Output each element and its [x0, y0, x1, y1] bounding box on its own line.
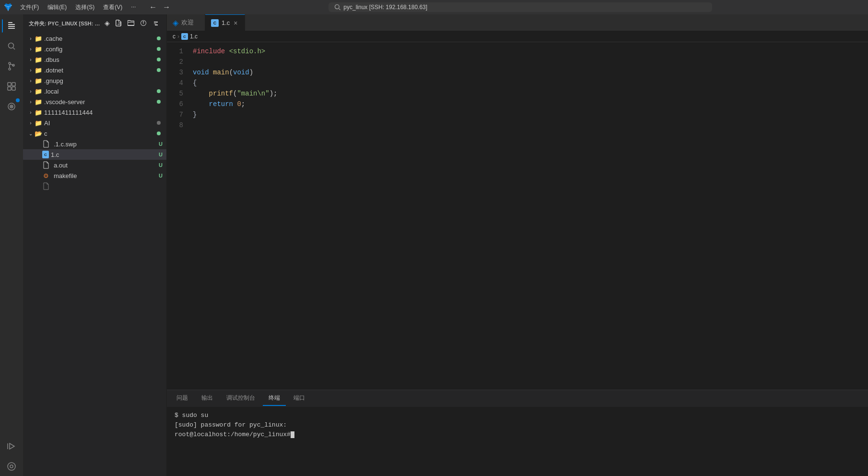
- chevron-icon: ›: [27, 56, 35, 63]
- menu-select[interactable]: 选择(S): [71, 2, 98, 12]
- tree-item-config[interactable]: › 📁 .config: [23, 44, 166, 54]
- breadcrumb-filename: 1.c: [190, 33, 198, 40]
- tree-item-numbers[interactable]: › 📁 11111411111444: [23, 107, 166, 118]
- folder-icon: 📁: [35, 66, 42, 74]
- search-input[interactable]: [343, 4, 706, 11]
- tab-1c[interactable]: C 1.c ×: [205, 14, 245, 31]
- file-name: .1.c.swp: [54, 141, 166, 148]
- tree-item-partial[interactable]: [23, 181, 166, 191]
- chevron-icon: ›: [27, 98, 35, 106]
- sidebar: 文件夹: PYC_LINUX [SSH: 192.168.1... ◈: [23, 14, 167, 476]
- activity-extensions[interactable]: [2, 77, 21, 96]
- terminal-content[interactable]: $ sudo su [sudo] password for pyc_linux:…: [167, 407, 868, 476]
- file-name: makefile: [54, 172, 166, 179]
- chevron-icon: [36, 140, 42, 148]
- file-name: .dbus: [44, 56, 166, 63]
- tree-item-swp[interactable]: .1.c.swp U: [23, 139, 166, 149]
- svg-point-18: [11, 106, 12, 107]
- tab-welcome[interactable]: ◈ 欢迎: [167, 14, 205, 31]
- svg-rect-12: [8, 83, 11, 86]
- line-number: 6: [169, 99, 193, 109]
- tree-item-1c[interactable]: C 1.c U: [23, 149, 166, 160]
- menu-edit[interactable]: 编辑(E): [44, 2, 70, 12]
- activity-remote[interactable]: [2, 97, 21, 116]
- code-content: void main(void): [193, 67, 866, 78]
- code-line-5: 5 printf("main\n");: [167, 88, 868, 99]
- activity-search2[interactable]: [2, 457, 21, 476]
- status-indicator: [157, 47, 161, 51]
- chevron-icon: ›: [27, 35, 35, 42]
- svg-point-6: [9, 43, 14, 48]
- tab-label: 欢迎: [181, 18, 194, 27]
- breadcrumb-sep: ›: [177, 33, 179, 40]
- activity-search[interactable]: [2, 36, 21, 56]
- tree-item-c-folder[interactable]: ⌄ 📂 c: [23, 128, 166, 139]
- tree-item-dotnet[interactable]: › 📁 .dotnet: [23, 65, 166, 75]
- remote-badge: [16, 98, 20, 102]
- line-number: 4: [169, 78, 193, 88]
- svg-point-22: [10, 465, 13, 468]
- terminal-cursor: [291, 431, 294, 438]
- activity-run[interactable]: [2, 437, 21, 456]
- folder-icon: 📁: [35, 45, 42, 53]
- collapse-all-button[interactable]: [151, 18, 161, 29]
- code-content: }: [193, 109, 866, 120]
- file-name: 11111411111444: [44, 109, 166, 116]
- activity-source-control[interactable]: [2, 57, 21, 76]
- line-number: 2: [169, 57, 193, 67]
- vscode-tab-icon: ◈: [173, 18, 178, 27]
- tree-item-vscode-server[interactable]: › 📁 .vscode-server: [23, 96, 166, 107]
- panel-tab-output[interactable]: 输出: [196, 391, 219, 406]
- source-control-button[interactable]: ◈: [104, 18, 111, 29]
- panel-tab-terminal[interactable]: 终端: [263, 391, 286, 406]
- nav-forward-button[interactable]: →: [161, 2, 172, 12]
- menu-file[interactable]: 文件(F): [16, 2, 43, 12]
- file-name: .local: [44, 88, 166, 95]
- tree-item-local[interactable]: › 📁 .local: [23, 86, 166, 96]
- line-number: 5: [169, 88, 193, 99]
- line-number: 7: [169, 109, 193, 120]
- tree-item-dbus[interactable]: › 📁 .dbus: [23, 54, 166, 65]
- svg-marker-19: [10, 443, 14, 449]
- makefile-icon: ⚙: [42, 172, 50, 179]
- status-indicator: [157, 89, 161, 93]
- activity-explorer[interactable]: [2, 16, 21, 36]
- refresh-button[interactable]: [139, 18, 148, 29]
- tree-item-ai[interactable]: › 📁 AI: [23, 118, 166, 128]
- menu-view[interactable]: 查看(V): [99, 2, 126, 12]
- folder-icon: 📁: [35, 98, 42, 106]
- tree-item-cache[interactable]: › 📁 .cache: [23, 33, 166, 44]
- tree-item-aout[interactable]: a.out U: [23, 160, 166, 170]
- status-indicator: [157, 58, 161, 61]
- code-editor[interactable]: 1 #include <stdio.h> 2 3 void main(void)…: [167, 42, 868, 390]
- panel-tab-ports[interactable]: 端口: [288, 391, 311, 406]
- new-file-button[interactable]: [114, 18, 123, 29]
- line-number: 8: [169, 120, 193, 131]
- line-number: 1: [169, 46, 193, 57]
- tree-item-gnupg[interactable]: › 📁 .gnupg: [23, 75, 166, 86]
- chevron-icon: ›: [27, 77, 35, 84]
- terminal-line-2: [sudo] password for pyc_linux:: [175, 420, 860, 430]
- new-folder-button[interactable]: [126, 18, 136, 29]
- tree-item-makefile[interactable]: ⚙ makefile U: [23, 170, 166, 181]
- sidebar-header: 文件夹: PYC_LINUX [SSH: 192.168.1... ◈: [23, 14, 166, 33]
- menu-more[interactable]: ···: [127, 2, 140, 12]
- folder-open-icon: 📂: [35, 130, 42, 137]
- svg-point-9: [9, 68, 11, 70]
- panel-tabs: 问题 输出 调试控制台 终端 端口: [167, 390, 868, 407]
- svg-rect-3: [8, 24, 15, 25]
- folder-icon: 📁: [35, 108, 42, 116]
- terminal-line-1: $ sudo su: [175, 411, 860, 420]
- chevron-icon: ›: [27, 108, 35, 116]
- search-bar[interactable]: [328, 2, 712, 12]
- panel-tab-problems[interactable]: 问题: [171, 391, 194, 406]
- panel-tab-debug-console[interactable]: 调试控制台: [221, 391, 261, 406]
- tab-close-button[interactable]: ×: [233, 19, 238, 27]
- nav-buttons: ← →: [147, 2, 172, 12]
- status-badge: U: [159, 152, 163, 157]
- folder-icon: 📁: [35, 87, 42, 95]
- file-name: .config: [44, 46, 166, 53]
- tab-bar: ◈ 欢迎 C 1.c ×: [167, 14, 868, 31]
- svg-rect-13: [12, 83, 15, 86]
- nav-back-button[interactable]: ←: [147, 2, 159, 12]
